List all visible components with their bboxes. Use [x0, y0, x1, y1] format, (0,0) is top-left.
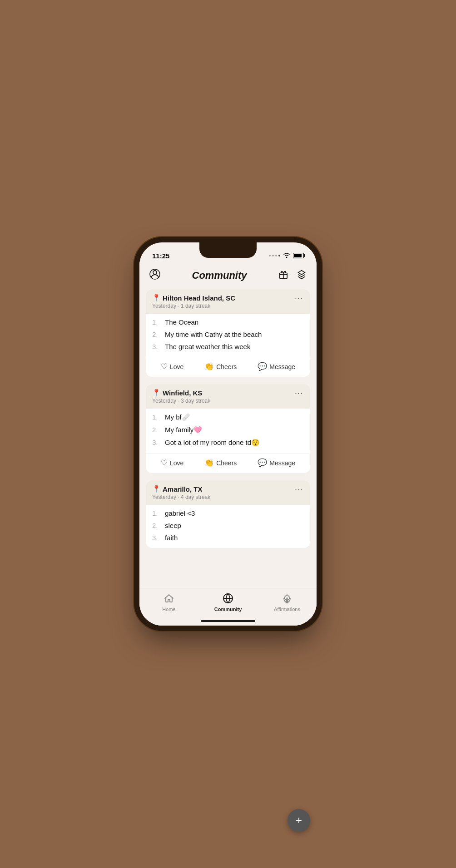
filter-button[interactable]	[296, 268, 307, 282]
post-card: 📍 Hilton Head Island, SC Yesterday · 1 d…	[146, 289, 310, 377]
cheers-button[interactable]: 👏 Cheers	[204, 362, 237, 371]
header-icons	[278, 268, 307, 282]
list-item: 1. My bf🩹	[152, 413, 304, 421]
post-header: 📍 Amarillo, TX Yesterday · 4 day streak …	[146, 480, 310, 505]
post-header: 📍 Winfield, KS Yesterday · 3 day streak …	[146, 384, 310, 409]
app-content[interactable]: Community	[139, 262, 317, 626]
list-item: 2. My time with Cathy at the beach	[152, 330, 304, 338]
signal-dots	[269, 255, 280, 256]
post-header: 📍 Hilton Head Island, SC Yesterday · 1 d…	[146, 289, 310, 314]
clap-icon: 👏	[204, 458, 214, 468]
message-button[interactable]: 💬 Message	[258, 458, 295, 468]
list-item: 3. faith	[152, 534, 304, 542]
posts-list: 📍 Hilton Head Island, SC Yesterday · 1 d…	[139, 287, 317, 593]
post-actions: ♡ Love 👏 Cheers 💬 Message	[146, 357, 310, 377]
gift-button[interactable]	[278, 268, 289, 282]
post-actions: ♡ Love 👏 Cheers 💬 Message	[146, 453, 310, 473]
chat-icon: 💬	[258, 362, 267, 371]
post-meta: Yesterday · 4 day streak	[152, 494, 210, 500]
list-item: 2. My family🩷	[152, 426, 304, 434]
nav-home[interactable]: Home	[139, 593, 198, 612]
love-button[interactable]: ♡ Love	[161, 458, 183, 468]
status-icons	[269, 252, 304, 259]
profile-button[interactable]	[149, 268, 161, 283]
heart-icon: ♡	[161, 362, 168, 371]
post-card: 📍 Amarillo, TX Yesterday · 4 day streak …	[146, 480, 310, 548]
svg-point-0	[153, 271, 157, 274]
globe-icon	[223, 593, 233, 605]
post-location: 📍 Hilton Head Island, SC	[152, 294, 235, 302]
list-item: 3. Got a lot of my room done td😯	[152, 439, 304, 447]
more-button[interactable]: ···	[294, 294, 304, 303]
post-meta: Yesterday · 3 day streak	[152, 398, 210, 404]
lotus-icon	[282, 593, 292, 605]
home-icon	[164, 593, 174, 605]
status-time: 11:25	[152, 252, 169, 260]
home-indicator	[201, 620, 255, 622]
list-item: 3. The great weather this week	[152, 343, 304, 350]
love-button[interactable]: ♡ Love	[161, 362, 183, 371]
cheers-button[interactable]: 👏 Cheers	[204, 458, 237, 468]
pin-icon: 📍	[152, 389, 161, 397]
notch	[199, 242, 257, 258]
more-button[interactable]: ···	[294, 389, 304, 398]
post-body: 1. My bf🩹 2. My family🩷 3. Got a lot of …	[146, 409, 310, 453]
nav-affirmations[interactable]: Affirmations	[258, 593, 317, 612]
pin-icon: 📍	[152, 294, 161, 302]
wifi-icon	[283, 252, 290, 259]
app-header: Community	[139, 262, 317, 287]
list-item: 1. The Ocean	[152, 318, 304, 326]
post-location: 📍 Winfield, KS	[152, 389, 210, 397]
more-button[interactable]: ···	[294, 485, 304, 494]
battery-icon	[293, 253, 304, 258]
clap-icon: 👏	[204, 362, 214, 371]
post-meta: Yesterday · 1 day streak	[152, 303, 235, 309]
list-item: 1. gabriel <3	[152, 509, 304, 517]
heart-icon: ♡	[161, 458, 168, 468]
post-location: 📍 Amarillo, TX	[152, 485, 210, 493]
chat-icon: 💬	[258, 458, 267, 468]
post-body: 1. gabriel <3 2. sleep 3. faith	[146, 505, 310, 548]
post-card: 📍 Winfield, KS Yesterday · 3 day streak …	[146, 384, 310, 473]
nav-community[interactable]: Community	[198, 593, 258, 612]
page-title: Community	[192, 270, 247, 281]
list-item: 2. sleep	[152, 522, 304, 529]
post-body: 1. The Ocean 2. My time with Cathy at th…	[146, 314, 310, 357]
phone-shell: 11:25	[139, 242, 317, 626]
pin-icon: 📍	[152, 485, 161, 493]
message-button[interactable]: 💬 Message	[258, 362, 295, 371]
